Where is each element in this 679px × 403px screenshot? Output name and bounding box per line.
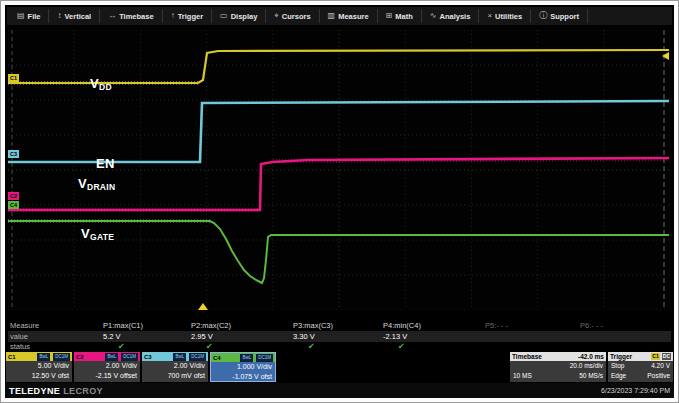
measure-status-row: status ✔ ✔ ✔ ✔ — [8, 342, 671, 352]
menu-timebase[interactable]: ↔Timebase — [100, 9, 162, 23]
c3-offset: 700 mV ofst — [142, 371, 208, 381]
menu-utilities[interactable]: ×Utilities — [479, 9, 531, 23]
datetime: 6/23/2023 7:29:40 PM — [601, 387, 670, 394]
trigger-slope: Positive — [647, 371, 670, 381]
trigger-source-badge: C1 — [651, 353, 659, 360]
status-row-label: status — [10, 342, 30, 352]
trigger-level: 4.20 V — [651, 361, 670, 371]
menu-display[interactable]: ▭Display — [212, 9, 266, 23]
trigger-box[interactable]: Trigger C1 DC Stop 4.20 V Edge Positive — [608, 352, 673, 382]
timebase-position: -42.0 ms — [578, 353, 604, 360]
measure-p4-value: -2.13 V — [383, 331, 407, 342]
menu-support[interactable]: ⓘSupport — [531, 9, 588, 23]
label-vgate: VGATE — [81, 226, 114, 242]
measure-p6-param[interactable]: P6:- - - — [580, 321, 603, 331]
monitor-icon: ▭ — [220, 12, 228, 20]
menu-trigger-label: Trigger — [178, 12, 203, 21]
measure-row-label: Measure — [10, 321, 39, 331]
measure-p4-param[interactable]: P4:min(C4) — [383, 321, 421, 331]
timebase-box[interactable]: Timebase -42.0 ms 20.0 ms/div 10 MS 50 M… — [510, 352, 606, 382]
channel-box-c2[interactable]: C2 BwL DC1M 2.00 V/div -2.15 V offset — [74, 352, 140, 382]
menu-support-label: Support — [550, 12, 579, 21]
channel-marker-c3[interactable]: C3 — [8, 150, 19, 158]
label-vdd: VDD — [90, 76, 112, 92]
c3-bwl-badge: BwL — [173, 353, 186, 361]
measure-table: Measure P1:max(C1) P2:max(C2) P3:max(C3)… — [8, 321, 671, 352]
menu-bar: ▤File ↕Vertical ↔Timebase ↑Trigger ▭Disp… — [7, 7, 672, 25]
bottom-bar: TELEDYNE LECROY 6/23/2023 7:29:40 PM — [5, 383, 674, 398]
c4-offset: -1.075 V ofst — [211, 372, 275, 382]
c4-vdiv: 1.000 V/div — [211, 362, 275, 372]
menu-measure-label: Measure — [338, 12, 368, 21]
trigger-label: Trigger — [610, 353, 632, 360]
c1-offset: 12.50 V ofst — [6, 371, 72, 381]
menu-display-label: Display — [231, 12, 258, 21]
menu-measure[interactable]: ▥Measure — [320, 9, 378, 23]
trigger-mode: Stop — [611, 361, 624, 371]
label-vdrain: VDRAIN — [78, 176, 115, 192]
vertical-arrows-icon: ↕ — [57, 12, 61, 20]
c1-bwl-badge: BwL — [37, 353, 50, 361]
menu-math-label: Math — [395, 12, 413, 21]
menu-analysis[interactable]: ∿Analysis — [422, 9, 480, 23]
c2-coupling-badge: DC1M — [121, 353, 138, 361]
c3-id: C3 — [144, 354, 152, 360]
menu-vertical[interactable]: ↕Vertical — [49, 9, 100, 23]
p3-status-check-icon: ✔ — [308, 342, 315, 352]
c2-bwl-badge: BwL — [105, 353, 118, 361]
label-en: EN — [96, 156, 115, 171]
trigger-coupling-badge: DC — [662, 353, 671, 360]
c4-id: C4 — [213, 355, 221, 361]
channel-marker-c1[interactable]: C1 — [8, 74, 19, 82]
c1-vdiv: 5.00 V/div — [6, 361, 72, 371]
trigger-time-marker[interactable] — [198, 303, 208, 310]
measure-p1-param[interactable]: P1:max(C1) — [103, 321, 143, 331]
menu-file[interactable]: ▤File — [9, 9, 49, 23]
value-row-label: value — [10, 331, 28, 342]
trigger-type: Edge — [611, 371, 626, 381]
waveform-grid: VDD EN VDRAIN VGATE C1 C3 C2 C4 — [8, 30, 670, 310]
c4-bwl-badge: BwL — [240, 354, 253, 362]
trigger-level-marker[interactable] — [662, 52, 669, 60]
c4-coupling-badge: DC1M — [256, 354, 273, 362]
timebase-label: Timebase — [512, 353, 542, 360]
menu-timebase-label: Timebase — [119, 12, 153, 21]
channel-marker-c2[interactable]: C2 — [8, 192, 19, 200]
c1-coupling-badge: DC1M — [53, 353, 70, 361]
tools-icon: × — [487, 12, 492, 20]
scope-screen: ▤File ↕Vertical ↔Timebase ↑Trigger ▭Disp… — [5, 5, 674, 398]
menu-file-label: File — [28, 12, 41, 21]
measure-param-row: Measure P1:max(C1) P2:max(C2) P3:max(C3)… — [8, 321, 671, 331]
oscilloscope-screenshot: ▤File ↕Vertical ↔Timebase ↑Trigger ▭Disp… — [0, 0, 679, 403]
menu-cursors-label: Cursors — [282, 12, 311, 21]
channel-box-c1[interactable]: C1 BwL DC1M 5.00 V/div 12.50 V ofst — [6, 352, 72, 382]
channel-marker-c4[interactable]: C4 — [8, 201, 19, 209]
menu-analysis-label: Analysis — [440, 12, 471, 21]
p2-status-check-icon: ✔ — [206, 342, 213, 352]
menu-trigger[interactable]: ↑Trigger — [163, 9, 212, 23]
measure-p3-value: 3.30 V — [293, 331, 315, 342]
menu-utilities-label: Utilities — [495, 12, 522, 21]
menu-cursors[interactable]: ⌖Cursors — [266, 9, 319, 23]
info-icon: ⓘ — [539, 12, 547, 20]
channel-box-c4-selected[interactable]: C4 BwL DC1M 1.000 V/div -1.075 V ofst — [210, 352, 276, 382]
p1-status-check-icon: ✔ — [118, 342, 125, 352]
calculator-icon: ⊞ — [386, 12, 393, 20]
menu-math[interactable]: ⊞Math — [378, 9, 422, 23]
timebase-rate: 50 MS/s — [579, 371, 603, 381]
measure-p3-param[interactable]: P3:max(C3) — [293, 321, 333, 331]
channel-box-c3[interactable]: C3 BwL DC1M 2.00 V/div 700 mV ofst — [142, 352, 208, 382]
horizontal-arrows-icon: ↔ — [108, 12, 116, 20]
ruler-icon: ▥ — [328, 12, 336, 20]
c2-id: C2 — [76, 354, 84, 360]
measure-p5-param[interactable]: P5:- - - — [485, 321, 508, 331]
measure-p2-param[interactable]: P2:max(C2) — [191, 321, 231, 331]
c2-offset: -2.15 V offset — [74, 371, 140, 381]
c1-id: C1 — [8, 354, 16, 360]
cursor-icon: ⌖ — [274, 12, 279, 20]
timebase-samples: 10 MS — [513, 371, 532, 381]
waveform-chart-icon: ∿ — [430, 12, 437, 20]
file-icon: ▤ — [17, 12, 25, 20]
brand-lecroy: LECROY — [63, 386, 103, 396]
c2-vdiv: 2.00 V/div — [74, 361, 140, 371]
